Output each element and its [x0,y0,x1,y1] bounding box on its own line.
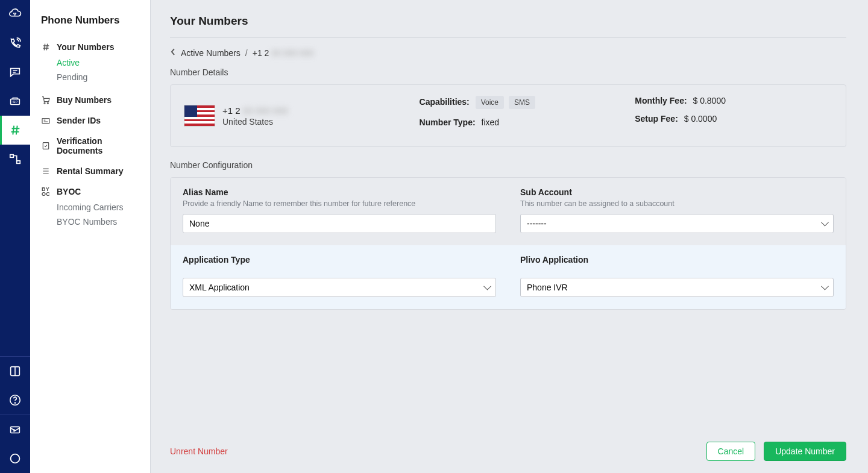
rail-home[interactable] [0,0,30,29]
sidebar-label-verification: Verification Documents [57,136,139,155]
icon-rail: SIP $ [0,0,30,473]
rail-docs[interactable] [0,357,30,386]
monthly-fee-label: Monthly Fee: [635,96,687,105]
sidebar-label-byoc: BYOC [57,187,81,196]
envelope-money-icon: $ [8,423,22,436]
config-row-top: Alias Name Provide a friendly Name to re… [171,178,846,245]
svg-rect-14 [42,119,49,124]
details-col-middle: Capabilities: Voice SMS Number Type: fix… [420,96,617,136]
svg-text:$: $ [13,428,15,433]
svg-text:SIP: SIP [12,100,17,104]
svg-point-11 [11,454,20,463]
monthly-fee-row: Monthly Fee: $ 0.8000 [635,96,832,105]
alias-hint: Provide a friendly Name to remember this… [183,199,496,208]
sidebar-label-sender-ids: Sender IDs [57,116,101,125]
rail-account[interactable] [0,444,30,473]
sidebar-group-your-numbers[interactable]: Your Numbers [41,42,139,52]
svg-point-12 [44,102,45,104]
divider [170,37,846,38]
sidebar-label-your-numbers: Your Numbers [57,42,114,52]
page-title: Your Numbers [170,14,846,28]
subaccount-select[interactable] [520,214,834,233]
unrent-number-link[interactable]: Unrent Number [170,446,228,456]
id-icon [41,116,51,125]
config-row-bottom: Application Type Plivo Application [171,245,846,309]
capabilities-row: Capabilities: Voice SMS [420,96,617,109]
svg-point-0 [14,13,14,14]
update-number-button[interactable]: Update Number [764,442,846,461]
sidebar-item-rental[interactable]: Rental Summary [41,166,139,176]
sidebar-item-incoming-carriers[interactable]: Incoming Carriers [57,200,139,215]
hash-icon [41,42,51,52]
cancel-button[interactable]: Cancel [706,442,756,461]
svg-rect-9 [11,427,20,433]
phone-call-icon [8,37,22,50]
capabilities-label: Capabilities: [420,97,470,107]
breadcrumb-active-numbers[interactable]: Active Numbers [181,48,241,58]
plivoapp-select[interactable] [520,278,834,297]
section-label-details: Number Details [170,67,846,77]
alias-input[interactable] [183,214,496,233]
chevron-left-icon[interactable] [170,48,176,58]
details-col-right: Monthly Fee: $ 0.8000 Setup Fee: $ 0.000… [635,96,832,136]
sidebar-group-byoc[interactable]: BYOC BYOC [41,187,139,196]
svg-point-8 [14,403,15,403]
apptype-label: Application Type [183,255,496,265]
breadcrumb-number-prefix: +1 2 [253,48,269,58]
sidebar-item-active[interactable]: Active [57,55,139,70]
rail-messaging[interactable] [0,58,30,87]
breadcrumb-number: +1 2 00 000 000 [253,48,314,58]
monthly-fee-value: $ 0.8000 [693,96,726,105]
rail-voice[interactable] [0,29,30,58]
sidebar-item-sender-ids[interactable]: Sender IDs [41,116,139,125]
apptype-select[interactable] [183,278,496,297]
alias-cell: Alias Name Provide a friendly Name to re… [171,178,508,245]
byoc-icon: BYOC [41,187,51,196]
setup-fee-row: Setup Fee: $ 0.0000 [635,114,832,124]
sidebar-item-byoc-numbers[interactable]: BYOC Numbers [57,215,139,229]
rail-phone-numbers[interactable] [0,116,30,145]
sip-icon: SIP [8,95,22,108]
rail-network[interactable] [0,145,30,174]
cart-icon [41,95,51,105]
number-type-label: Number Type: [420,117,476,127]
svg-rect-6 [17,161,20,164]
us-flag-icon [184,105,215,127]
capability-voice-chip: Voice [476,96,504,109]
setup-fee-label: Setup Fee: [635,114,678,124]
svg-rect-5 [10,155,14,158]
number-type-row: Number Type: fixed [420,117,617,127]
rail-sip[interactable]: SIP [0,87,30,116]
sidebar-item-verification[interactable]: Verification Documents [41,136,139,155]
plivoapp-label: Plivo Application [520,255,834,265]
breadcrumb: Active Numbers / +1 2 00 000 000 [170,48,846,58]
svg-point-1 [15,13,16,14]
svg-point-2 [14,14,15,15]
sidebar-label-rental: Rental Summary [57,166,123,176]
hash-icon [8,124,22,137]
circle-icon [8,452,22,465]
number-config-card: Alias Name Provide a friendly Name to re… [170,177,846,310]
breadcrumb-separator: / [245,48,248,58]
subaccount-cell: Sub Account This number can be assigned … [508,178,846,245]
phone-number: +1 2 00 000 000 [222,105,288,116]
number-details-card: +1 2 00 000 000 United States Capabiliti… [170,84,846,147]
document-check-icon [41,141,51,151]
list-icon [41,166,51,176]
book-icon [8,365,22,378]
cloud-grid-icon [8,8,22,21]
footer: Unrent Number Cancel Update Number [170,431,846,461]
rail-billing[interactable]: $ [0,415,30,444]
help-icon [8,393,22,407]
country-name: United States [222,117,288,127]
details-col-left: +1 2 00 000 000 United States [184,96,401,136]
svg-point-13 [47,102,48,104]
alias-label: Alias Name [183,187,496,197]
subaccount-hint: This number can be assigned to a subacco… [520,199,834,208]
sidebar-item-pending[interactable]: Pending [57,70,139,84]
sidebar-item-buy-numbers[interactable]: Buy Numbers [41,95,139,105]
subaccount-label: Sub Account [520,187,834,197]
sidebar: Phone Numbers Your Numbers Active Pendin… [30,0,151,473]
capability-sms-chip: SMS [509,96,535,109]
rail-help[interactable] [0,386,30,415]
